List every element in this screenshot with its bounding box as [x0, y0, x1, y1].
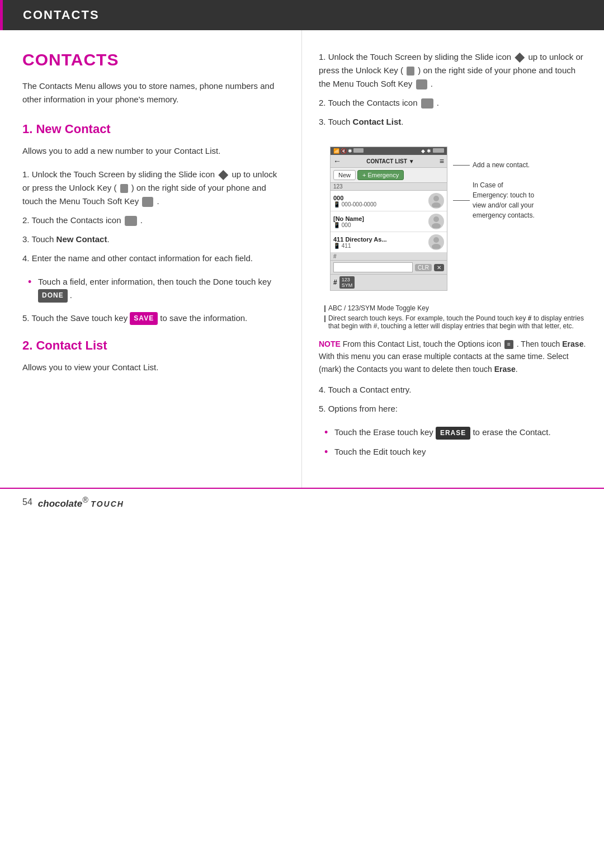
svg-point-3 [432, 223, 441, 228]
main-content: CONTACTS The Contacts Menu allows you to… [0, 30, 604, 488]
avatar-000 [428, 193, 444, 209]
page-header: CONTACTS [0, 0, 604, 30]
svg-point-1 [432, 202, 441, 207]
right-step3-bold: Contact List [353, 117, 402, 126]
menu-key-icon-2 [416, 79, 427, 89]
section1-steps: 1. Unlock the Touch Screen by sliding th… [22, 168, 285, 265]
avatar-411 [428, 234, 444, 250]
brand-chocolate: chocolate [38, 498, 82, 508]
svg-point-4 [433, 237, 439, 243]
contact-row-411[interactable]: 411 Directory As... 📱 411 [331, 232, 447, 253]
options-btn[interactable]: ≡ [440, 157, 444, 166]
section2-desc: Allows you to view your Contact List. [22, 361, 285, 374]
abc-mode-annotation: ABC / 123/SYM Mode Toggle Key [324, 304, 587, 312]
right-step-1: 1. Unlock the Touch Screen by sliding th… [319, 50, 587, 91]
step-5: 5. Touch the Save touch key SAVE to save… [22, 312, 285, 326]
note-block: NOTE From this Contact List, touch the O… [319, 338, 587, 375]
right-step-4: 4. Touch a Contact entry. [319, 383, 587, 397]
phone-toolbar: ← CONTACT LIST ▼ ≡ [331, 155, 447, 168]
note-label: NOTE [319, 339, 341, 348]
phone-search-bar: CLR ✕ [331, 261, 447, 275]
status-icons-left: 📶 🔇 ✱ [333, 148, 364, 154]
svg-point-5 [432, 244, 441, 249]
erase-label-2: Erase [494, 365, 516, 374]
right-step-2: 2. Touch the Contacts icon . [319, 96, 587, 110]
bullet-erase: Touch the Erase touch key ERASE to erase… [324, 426, 587, 440]
svg-point-0 [433, 196, 439, 201]
right-step-5: 5. Options from here: [319, 402, 587, 416]
direct-search-annotation: Direct search touch keys. For example, t… [324, 314, 587, 330]
slide-icon-2 [515, 53, 525, 63]
slide-icon-1 [218, 170, 228, 180]
phone-diagram: 📶 🔇 ✱ ◆ ✱ ← CONT [319, 139, 587, 299]
step5-list: 5. Touch the Save touch key SAVE to save… [22, 312, 285, 326]
right-column: 1. Unlock the Touch Screen by sliding th… [302, 30, 604, 488]
direct-search-label: Direct search touch keys. For example, t… [328, 314, 587, 330]
contacts-icon-1 [125, 216, 137, 226]
phone-btn-row: New + Emergency [331, 168, 447, 183]
new-contact-btn[interactable]: New [333, 170, 356, 180]
hash-key[interactable]: # [333, 279, 337, 286]
step3-bold: New Contact [56, 234, 107, 244]
phone-mockup: 📶 🔇 ✱ ◆ ✱ ← CONT [319, 139, 447, 299]
footer: 54 chocolate® TOUCH [0, 488, 604, 516]
page-title: CONTACTS [22, 50, 285, 69]
header-title: CONTACTS [23, 8, 100, 22]
erase-label-1: Erase [562, 339, 583, 348]
phone-status-bar: 📶 🔇 ✱ ◆ ✱ [331, 147, 447, 155]
clr-btn[interactable]: CLR [415, 264, 432, 271]
contact-row-000[interactable]: 000 📱 000-000-0000 [331, 191, 447, 211]
right-steps: 1. Unlock the Touch Screen by sliding th… [319, 50, 587, 129]
step-4: 4. Enter the name and other contact info… [22, 252, 285, 265]
back-btn[interactable]: ← [333, 157, 341, 166]
menu-key-icon-1 [142, 197, 153, 207]
section1-heading: 1. New Contact [22, 122, 285, 136]
brand-touch: TOUCH [91, 499, 124, 508]
ann-add-contact-text: Add a new contact. [473, 160, 530, 170]
avatar-noname [428, 214, 444, 229]
x-btn[interactable]: ✕ [434, 264, 444, 271]
phone-annotations: Add a new contact. In Case ofEmergency: … [447, 139, 535, 237]
options-icon: ≡ [504, 340, 513, 349]
unlock-key-icon-1 [120, 184, 128, 193]
contact-list-label: CONTACT LIST ▼ [366, 158, 414, 164]
page-number: 54 [22, 497, 32, 507]
step-1: 1. Unlock the Touch Screen by sliding th… [22, 168, 285, 208]
step-3: 3. Touch New Contact. [22, 233, 285, 246]
erase-badge: ERASE [436, 427, 470, 440]
123sym-key[interactable]: 123SYM [339, 276, 355, 289]
svg-point-2 [433, 216, 439, 222]
right-steps-45: 4. Touch a Contact entry. 5. Options fro… [319, 383, 587, 416]
step-2: 2. Touch the Contacts icon . [22, 214, 285, 227]
left-column: CONTACTS The Contacts Menu allows you to… [0, 30, 302, 488]
section1-bullets: Touch a field, enter information, then t… [28, 275, 285, 303]
ann-add-contact: Add a new contact. [453, 160, 535, 170]
section2-heading: 2. Contact List [22, 338, 285, 353]
section1-desc: Allows you to add a new number to your C… [22, 144, 285, 158]
bullet-done: Touch a field, enter information, then t… [28, 275, 285, 303]
bullet-edit: Touch the Edit touch key [324, 445, 587, 459]
ann-emergency: In Case ofEmergency: touch toview and/or… [453, 180, 535, 220]
options-bullets: Touch the Erase touch key ERASE to erase… [324, 426, 587, 459]
brand-name: chocolate® TOUCH [38, 496, 124, 510]
right-step-3: 3. Touch Contact List. [319, 115, 587, 129]
intro-text: The Contacts Menu allows you to store na… [22, 79, 285, 106]
contact-row-noname[interactable]: [No Name] 📱 000 [331, 211, 447, 232]
section-hash: # [331, 253, 447, 261]
search-input-area[interactable] [333, 262, 413, 272]
contacts-icon-2 [421, 98, 433, 108]
unlock-key-icon-2 [407, 67, 414, 76]
status-icons-right: ◆ ✱ [421, 148, 444, 154]
ann-emergency-text: In Case ofEmergency: touch toview and/or… [473, 180, 535, 220]
phone-bottom-bar: # 123SYM [331, 275, 447, 290]
save-badge: SAVE [130, 312, 158, 325]
phone-screen: 📶 🔇 ✱ ◆ ✱ ← CONT [330, 147, 447, 291]
abc-mode-label: ABC / 123/SYM Mode Toggle Key [328, 304, 429, 312]
done-badge: DONE [38, 289, 68, 302]
emergency-btn[interactable]: + Emergency [357, 170, 404, 180]
section-123: 123 [331, 183, 447, 191]
